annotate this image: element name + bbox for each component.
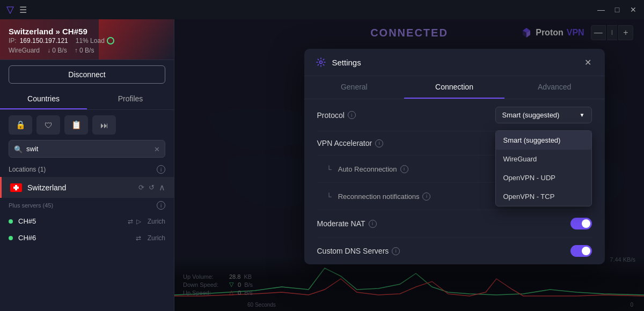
dropdown-option-openvpn-tcp[interactable]: OpenVPN - TCP xyxy=(496,187,591,206)
server-play-ch5[interactable]: ▷ xyxy=(136,218,141,225)
country-item-switzerland[interactable]: Switzerland ⟳ ↺ ∧ xyxy=(0,177,174,198)
protocol-row: WireGuard ↓ 0 B/s ↑ 0 B/s xyxy=(9,47,165,54)
auto-reconnection-info-icon[interactable]: i xyxy=(400,165,408,173)
settings-tab-general[interactable]: General xyxy=(304,76,405,99)
settings-tabs: General Connection Advanced xyxy=(304,76,605,99)
load-info: 11% Load xyxy=(76,37,114,45)
locations-header: Locations (1) i xyxy=(0,163,174,177)
download-speed: ↓ 0 B/s xyxy=(47,47,67,54)
server-location-ch5: Zurich xyxy=(148,218,165,225)
tab-countries[interactable]: Countries xyxy=(0,89,87,109)
load-circle-icon xyxy=(107,37,114,45)
vpn-accelerator-label: VPN Accelerator i xyxy=(317,139,384,147)
server-item-ch6[interactable]: CH#6 ⇄ Zurich xyxy=(0,229,174,246)
expand-country-icon[interactable]: ∧ xyxy=(159,182,165,192)
custom-dns-info-icon[interactable]: i xyxy=(392,247,400,255)
moderate-nat-info-icon[interactable]: i xyxy=(369,220,377,228)
server-status-icon-ch5 xyxy=(9,219,13,224)
close-button[interactable]: ✕ xyxy=(629,5,638,14)
plus-servers-label: Plus servers (45) xyxy=(9,202,53,209)
app-logo-icon[interactable]: ▽ xyxy=(6,4,14,16)
server-name: Switzerland » CH#59 xyxy=(9,27,165,36)
custom-dns-row: Custom DNS Servers i xyxy=(317,238,592,264)
reconnection-notifications-text: Reconnection notifications xyxy=(338,192,420,201)
load-text: 11% Load xyxy=(76,37,105,45)
protocol-label: WireGuard xyxy=(9,47,40,54)
sidebar-scroll[interactable]: Switzerland ⟳ ↺ ∧ Plus servers (45) i CH… xyxy=(0,177,174,311)
qa-lock-button[interactable]: 🔒 xyxy=(9,115,32,135)
app-body: Switzerland » CH#59 IP: 169.150.197.121 … xyxy=(0,19,644,311)
quick-access-bar: 🔒 🛡 📋 ⏭ xyxy=(0,110,174,140)
qa-skip-button[interactable]: ⏭ xyxy=(92,115,116,135)
moderate-nat-row: Moderate NAT i xyxy=(317,210,592,238)
protocol-setting-row: Protocol i Smart (suggested) ▼ Smart (su… xyxy=(317,99,592,131)
settings-gear-icon xyxy=(315,56,327,68)
maximize-button[interactable]: □ xyxy=(613,5,621,14)
protocol-label-row: Protocol i xyxy=(317,111,356,120)
sidebar-tabs: Countries Profiles xyxy=(0,89,174,110)
protocol-dropdown-menu: Smart (suggested) WireGuard OpenVPN - UD… xyxy=(495,130,592,206)
server-actions-ch5: ⇄ ▷ xyxy=(128,218,141,225)
minimize-button[interactable]: — xyxy=(597,5,605,14)
ip-label: IP: xyxy=(9,37,17,45)
modal-title: Settings xyxy=(332,58,361,67)
server-status-icon-ch6 xyxy=(9,236,13,240)
settings-tab-connection[interactable]: Connection xyxy=(404,76,504,99)
moderate-nat-text: Moderate NAT xyxy=(317,219,365,228)
search-container: 🔍 ✕ xyxy=(9,140,165,158)
qa-list-button[interactable]: 📋 xyxy=(64,115,88,135)
server-name-ch5: CH#5 xyxy=(18,217,128,225)
modal-title-row: Settings xyxy=(315,56,361,68)
disconnect-button[interactable]: Disconnect xyxy=(9,65,165,84)
server-item-ch5[interactable]: CH#5 ⇄ ▷ Zurich xyxy=(0,213,174,229)
search-clear-icon[interactable]: ✕ xyxy=(154,145,160,153)
plus-servers-info-icon[interactable]: i xyxy=(157,201,165,210)
ip-address: 169.150.197.121 xyxy=(20,37,68,45)
hamburger-icon[interactable]: ☰ xyxy=(19,5,27,15)
dropdown-option-smart[interactable]: Smart (suggested) xyxy=(496,131,591,150)
reconnection-notifications-info-icon[interactable]: i xyxy=(422,192,430,201)
dropdown-option-openvpn-udp[interactable]: OpenVPN - UDP xyxy=(496,168,591,187)
country-actions-switzerland: ⟳ ↺ ∧ xyxy=(138,182,165,192)
protocol-label-text: Protocol xyxy=(317,111,345,120)
server-location-ch6: Zurich xyxy=(148,234,165,242)
auto-reconnection-label: Auto Reconnection i xyxy=(317,165,408,173)
tab-profiles[interactable]: Profiles xyxy=(87,89,174,109)
locations-info-icon[interactable]: i xyxy=(157,165,165,174)
connect-country-icon[interactable]: ⟳ xyxy=(138,183,144,191)
auto-reconnection-text: Auto Reconnection xyxy=(338,165,397,173)
main-content: CONNECTED ProtonVPN — I + 7.44 KB/ xyxy=(174,19,644,311)
modal-overlay[interactable]: Settings ✕ General Connection Advanced P… xyxy=(174,19,644,311)
server-reconnect-ch5[interactable]: ⇄ xyxy=(128,218,133,225)
title-bar-right: — □ ✕ xyxy=(597,5,638,14)
plus-servers-header: Plus servers (45) i xyxy=(0,198,174,213)
ip-info: IP: 169.150.197.121 11% Load xyxy=(9,37,165,45)
protocol-dropdown-container: Smart (suggested) ▼ Smart (suggested) Wi… xyxy=(495,107,592,123)
dropdown-option-wireguard[interactable]: WireGuard xyxy=(496,150,591,168)
settings-tab-advanced[interactable]: Advanced xyxy=(504,76,605,99)
search-icon: 🔍 xyxy=(14,145,23,153)
sidebar-header: Switzerland » CH#59 IP: 169.150.197.121 … xyxy=(0,19,174,60)
locations-right: i xyxy=(157,165,165,174)
protocol-dropdown-button[interactable]: Smart (suggested) ▼ xyxy=(495,107,592,123)
custom-dns-text: Custom DNS Servers xyxy=(317,247,389,255)
server-reconnect-ch6[interactable]: ⇄ xyxy=(136,234,141,242)
title-bar: ▽ ☰ — □ ✕ xyxy=(0,0,644,19)
server-actions-ch6: ⇄ xyxy=(136,234,141,242)
vpn-accelerator-info-icon[interactable]: i xyxy=(375,139,383,147)
moderate-nat-label: Moderate NAT i xyxy=(317,219,377,228)
moderate-nat-toggle[interactable] xyxy=(570,218,592,229)
custom-dns-label: Custom DNS Servers i xyxy=(317,247,400,255)
settings-modal: Settings ✕ General Connection Advanced P… xyxy=(304,49,605,264)
settings-content: Protocol i Smart (suggested) ▼ Smart (su… xyxy=(304,99,605,264)
search-input[interactable] xyxy=(9,140,165,158)
reconnect-country-icon[interactable]: ↺ xyxy=(149,183,155,191)
modal-close-button[interactable]: ✕ xyxy=(582,56,594,68)
modal-header: Settings ✕ xyxy=(304,49,605,76)
custom-dns-toggle[interactable] xyxy=(570,245,592,257)
server-name-ch6: CH#6 xyxy=(18,234,136,242)
locations-label: Locations (1) xyxy=(9,166,46,173)
qa-shield-button[interactable]: 🛡 xyxy=(36,115,60,135)
country-name-switzerland: Switzerland xyxy=(27,183,138,192)
protocol-info-icon[interactable]: i xyxy=(348,111,356,119)
